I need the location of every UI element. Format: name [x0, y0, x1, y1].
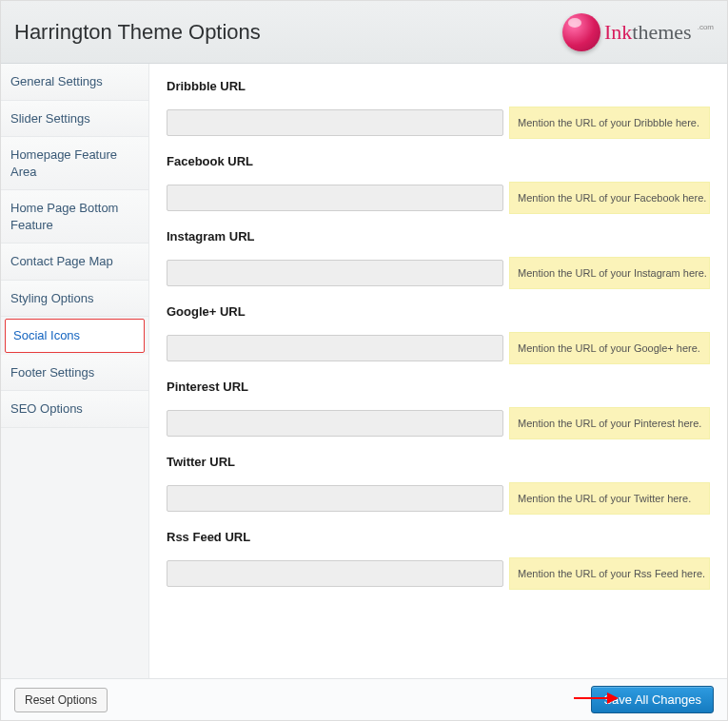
rss-url-input[interactable] [167, 560, 503, 587]
field-hint: Mention the URL of your Facebook here. [509, 182, 710, 214]
footer: Reset Options Save All Changes [1, 678, 727, 720]
pinterest-url-input[interactable] [167, 410, 503, 437]
field-hint: Mention the URL of your Twitter here. [509, 482, 710, 515]
sidebar-item-social-icons[interactable]: Social Icons [5, 319, 145, 353]
field-label: Dribbble URL [167, 79, 710, 93]
field-hint: Mention the URL of your Pinterest here. [509, 407, 710, 439]
save-all-changes-button[interactable]: Save All Changes [591, 686, 714, 713]
field-label: Pinterest URL [167, 380, 710, 394]
field-pinterest: Pinterest URL Mention the URL of your Pi… [167, 380, 710, 439]
sidebar-item-slider-settings[interactable]: Slider Settings [1, 101, 148, 138]
instagram-url-input[interactable] [167, 260, 503, 286]
sidebar-item-footer-settings[interactable]: Footer Settings [1, 355, 148, 392]
logo-text-themes: themes [632, 20, 691, 44]
field-label: Instagram URL [167, 229, 710, 244]
field-instagram: Instagram URL Mention the URL of your In… [167, 229, 710, 289]
field-rss: Rss Feed URL Mention the URL of your Rss… [167, 530, 710, 590]
sidebar-item-seo-options[interactable]: SEO Options [1, 391, 148, 428]
sidebar-item-general-settings[interactable]: General Settings [1, 64, 148, 101]
theme-options-window: Harrington Theme Options Inkthemes .com … [0, 0, 728, 721]
field-dribbble: Dribbble URL Mention the URL of your Dri… [167, 79, 710, 139]
field-label: Facebook URL [167, 154, 710, 168]
field-label: Twitter URL [167, 455, 710, 469]
field-label: Google+ URL [167, 304, 710, 319]
field-twitter: Twitter URL Mention the URL of your Twit… [167, 455, 710, 515]
field-hint: Mention the URL of your Google+ here. [509, 332, 710, 364]
sidebar-item-home-page-bottom-feature[interactable]: Home Page Bottom Feature [1, 190, 148, 244]
field-hint: Mention the URL of your Rss Feed here. [509, 557, 710, 590]
reset-options-button[interactable]: Reset Options [14, 688, 108, 712]
dribbble-url-input[interactable] [167, 109, 503, 136]
field-googleplus: Google+ URL Mention the URL of your Goog… [167, 304, 710, 364]
logo-text-com: .com [698, 23, 714, 31]
sidebar-item-styling-options[interactable]: Styling Options [1, 281, 148, 318]
body: General Settings Slider Settings Homepag… [1, 64, 727, 678]
field-hint: Mention the URL of your Dribbble here. [509, 107, 710, 139]
logo-ball-icon [562, 13, 600, 51]
sidebar: General Settings Slider Settings Homepag… [1, 64, 149, 678]
inkthemes-logo: Inkthemes .com [562, 13, 714, 51]
sidebar-item-homepage-feature-area[interactable]: Homepage Feature Area [1, 137, 148, 190]
field-hint: Mention the URL of your Instagram here. [509, 257, 710, 289]
header: Harrington Theme Options Inkthemes .com [1, 1, 727, 64]
sidebar-item-contact-page-map[interactable]: Contact Page Map [1, 244, 148, 281]
logo-text-ink: Ink [604, 20, 632, 44]
twitter-url-input[interactable] [167, 485, 503, 512]
page-title: Harrington Theme Options [14, 20, 261, 45]
field-facebook: Facebook URL Mention the URL of your Fac… [167, 154, 710, 214]
facebook-url-input[interactable] [167, 185, 503, 211]
main-panel: Dribbble URL Mention the URL of your Dri… [149, 64, 727, 678]
googleplus-url-input[interactable] [167, 335, 503, 361]
field-label: Rss Feed URL [167, 530, 710, 544]
